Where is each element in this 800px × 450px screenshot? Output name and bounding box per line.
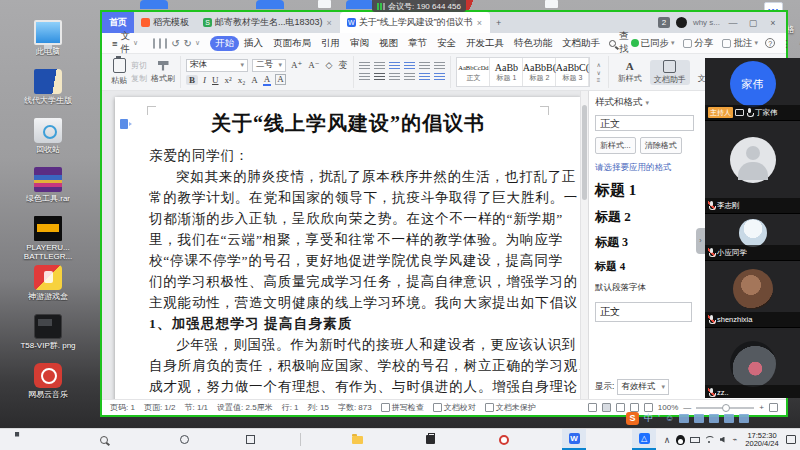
style-list-item[interactable]: 标题 3	[595, 234, 694, 251]
start-button[interactable]	[10, 429, 34, 450]
clear-format-icon[interactable]: ◇	[325, 60, 334, 70]
save-icon[interactable]	[153, 38, 155, 49]
notification-badge[interactable]: 2	[658, 17, 670, 28]
participant-tile[interactable]: zz..	[705, 328, 800, 398]
style-list-item[interactable]: 标题 4	[595, 259, 694, 274]
soft-keyboard-icon[interactable]	[694, 414, 704, 423]
tray-network-icon[interactable]	[702, 429, 715, 450]
menu-item[interactable]: 审阅	[345, 36, 374, 51]
menu-item[interactable]: 特色功能	[509, 36, 557, 51]
paste-button[interactable]: 粘贴	[111, 58, 127, 86]
justify-icon[interactable]	[404, 73, 415, 82]
subscript-button[interactable]: x₂	[237, 75, 247, 85]
menu-item[interactable]: 章节	[403, 36, 432, 51]
desktop-icon[interactable]: 此电脑	[4, 20, 92, 65]
indent-decrease-icon[interactable]	[389, 62, 400, 71]
menu-item[interactable]: 文档助手	[557, 36, 605, 51]
style-preset[interactable]: AaBbC( 标题 3	[556, 58, 589, 86]
underline-button[interactable]: U	[211, 75, 220, 85]
font-name-select[interactable]: 宋体 ▾	[186, 59, 248, 72]
menu-item[interactable]: 开发工具	[461, 36, 509, 51]
chevron-down-icon[interactable]: ▾	[646, 99, 650, 107]
highlight-button[interactable]: A	[250, 75, 259, 85]
browser-app-button[interactable]	[492, 429, 516, 450]
zoom-slider[interactable]	[696, 407, 754, 409]
gallery-more-icon[interactable]: ≡	[596, 77, 600, 83]
comment-button[interactable]: 批注 ▾	[721, 37, 759, 50]
style-list-item[interactable]: 正文	[595, 302, 692, 322]
current-style-box[interactable]: 正文	[595, 115, 694, 131]
decrease-font-icon[interactable]: A⁻	[307, 60, 320, 70]
menu-item[interactable]: 页面布局	[268, 36, 316, 51]
numbering-icon[interactable]	[374, 62, 385, 71]
gallery-down-icon[interactable]: ∨	[596, 69, 600, 76]
align-left-icon[interactable]	[359, 73, 370, 82]
participant-tile[interactable]: 小应同学	[705, 214, 800, 260]
desktop-icon[interactable]: PLAYERU... BATTLEGR...	[4, 216, 92, 261]
print-preview-icon[interactable]	[165, 38, 167, 49]
tray-battery-icon[interactable]	[688, 429, 701, 450]
style-preset[interactable]: AaBb 标题 1	[490, 58, 523, 86]
taskbar-search-button[interactable]	[92, 429, 116, 450]
more-icon[interactable]: ⋮	[782, 38, 792, 49]
line-spacing-icon[interactable]	[419, 73, 430, 82]
bookmark-icon[interactable]	[120, 119, 128, 129]
sync-status[interactable]: 已同步 ▾	[631, 37, 675, 50]
outline-view-icon[interactable]	[616, 403, 625, 412]
desktop-icon[interactable]: 神游游戏盒	[4, 265, 92, 310]
borders-icon[interactable]	[434, 73, 445, 82]
cut-button[interactable]: 剪切	[131, 60, 147, 71]
font-size-select[interactable]: 二号 ▾	[252, 59, 286, 72]
menu-item[interactable]: 视图	[374, 36, 403, 51]
toolbox-icon[interactable]	[739, 414, 749, 423]
tab-document-active[interactable]: W 关于“线上学风建设”的倡议书 ×	[340, 12, 490, 33]
tab-docer[interactable]: 稻壳模板	[134, 12, 196, 33]
redo-icon[interactable]: ↻	[184, 38, 192, 49]
clear-format-button[interactable]: 清除格式	[640, 137, 682, 154]
meeting-taskbar-button[interactable]: △	[632, 429, 656, 450]
copy-button[interactable]: 复制	[131, 73, 147, 84]
participant-tile[interactable]: 李志刚	[705, 121, 800, 213]
bullets-icon[interactable]	[359, 62, 370, 71]
page-view-icon[interactable]	[602, 403, 611, 412]
menu-item[interactable]: 引用	[316, 36, 345, 51]
status-tool-button[interactable]: 拼写检查	[381, 402, 424, 413]
align-center-icon[interactable]	[374, 73, 385, 82]
sort-icon[interactable]	[419, 62, 430, 71]
format-painter-button[interactable]: 格式刷	[151, 61, 175, 84]
chevron-down-icon[interactable]: ∨	[195, 39, 200, 47]
taskbar-clock[interactable]: 17:52:30 2020/4/24	[742, 429, 782, 450]
action-center-button[interactable]	[784, 429, 798, 450]
fullscreen-icon[interactable]	[769, 403, 778, 412]
document-scrollbar[interactable]	[580, 91, 588, 399]
zoom-in-icon[interactable]: +	[759, 403, 764, 412]
print-icon[interactable]	[159, 38, 161, 49]
store-button[interactable]	[418, 429, 442, 450]
user-avatar[interactable]	[676, 17, 687, 28]
tray-expand-button[interactable]: ∧	[660, 429, 674, 450]
desktop-icon[interactable]: 回收站	[4, 118, 92, 163]
bold-button[interactable]: B	[186, 75, 198, 85]
status-tool-button[interactable]: 文档校对	[433, 402, 476, 413]
tab-spreadsheet[interactable]: S 邮寄教材学生名...电18303) ×	[196, 12, 340, 33]
status-tool-button[interactable]: 文档未保护	[485, 402, 536, 413]
style-list-item[interactable]: 标题 1	[595, 181, 694, 200]
voice-input-icon[interactable]	[679, 414, 689, 423]
minimize-button[interactable]: —	[726, 18, 740, 28]
desktop-icon[interactable]: T58-VIP群. png	[4, 314, 92, 359]
share-button[interactable]: 分享	[682, 37, 714, 50]
wps-taskbar-button[interactable]: W	[562, 429, 586, 450]
doc-assistant-button[interactable]: 文档助手	[650, 60, 690, 85]
gallery-up-icon[interactable]: ∧	[596, 61, 600, 68]
participant-tile[interactable]: 家伟 主持人 丁家伟	[705, 58, 800, 120]
document-canvas[interactable]: 关于“线上学风建设”的倡议书 亲爱的同学们： 突如其来的肺炎疫情，扰乱了原本秩序…	[102, 91, 580, 399]
show-style-select[interactable]: 有效样式 ▾	[617, 379, 669, 395]
menu-item[interactable]: 插入	[239, 36, 268, 51]
style-preset[interactable]: AaBbB( 标题 2	[523, 58, 556, 86]
case-change-icon[interactable]: 变	[337, 59, 348, 72]
participant-tile[interactable]: shenzhixia	[705, 261, 800, 327]
desktop-icon[interactable]: 绿色工具.rar	[4, 167, 92, 212]
desktop-icon[interactable]: 网易云音乐	[4, 363, 92, 408]
new-tab-button[interactable]: +	[490, 12, 507, 33]
help-icon[interactable]: ?	[765, 38, 775, 48]
